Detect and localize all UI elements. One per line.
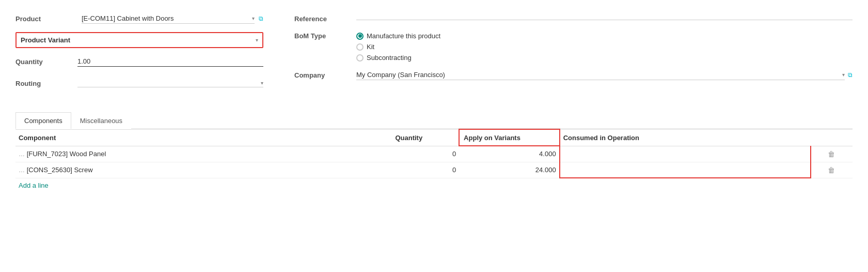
row1-quantity: 4.000 <box>459 146 560 162</box>
bom-option-subcontracting[interactable]: Subcontracting <box>356 54 440 62</box>
table-row: … [CONS_25630] Screw 0 24.000 🗑 <box>15 162 853 178</box>
company-external-link-icon[interactable]: ⧉ <box>848 71 853 79</box>
row2-sequence: 0 <box>392 162 459 178</box>
tabs-section: Components Miscellaneous Component Quant… <box>15 112 853 192</box>
table-row: … [FURN_7023] Wood Panel 0 4.000 🗑 <box>15 146 853 162</box>
row1-delete[interactable]: 🗑 <box>825 146 853 162</box>
row1-consumed <box>811 146 825 162</box>
radio-kit[interactable] <box>356 43 364 51</box>
row1-drag-handle[interactable]: … <box>19 150 25 158</box>
bom-type-options: Manufacture this product Kit Subcontract… <box>356 32 440 62</box>
components-table: Component Quantity Apply on Variants Con… <box>15 129 853 178</box>
bom-option-subcontracting-label: Subcontracting <box>367 54 412 62</box>
th-component: Component <box>15 129 392 146</box>
product-variant-row: Product Variant ▾ <box>15 32 263 48</box>
routing-dropdown-arrow[interactable]: ▾ <box>261 80 263 86</box>
tabs-header: Components Miscellaneous <box>15 112 853 129</box>
product-label: Product <box>15 15 77 23</box>
bom-option-manufacture-label: Manufacture this product <box>367 32 440 40</box>
row2-delete[interactable]: 🗑 <box>825 162 853 178</box>
row2-delete-icon[interactable]: 🗑 <box>828 166 835 174</box>
company-label: Company <box>294 71 356 79</box>
th-actions <box>811 129 825 146</box>
routing-row: Routing ▾ <box>15 75 263 92</box>
row2-apply-variants[interactable] <box>560 162 811 178</box>
product-variant-label: Product Variant <box>21 36 256 44</box>
row1-sequence: 0 <box>392 146 459 162</box>
quantity-value: 1.00 <box>77 57 263 65</box>
row1-apply-variants[interactable] <box>560 146 811 162</box>
company-value: My Company (San Francisco) <box>356 71 840 79</box>
routing-label: Routing <box>15 80 77 87</box>
add-line-link[interactable]: Add a line <box>15 178 52 192</box>
product-dropdown-arrow[interactable]: ▾ <box>252 16 255 21</box>
product-variant-dropdown-arrow[interactable]: ▾ <box>256 37 258 43</box>
reference-row: Reference <box>294 10 853 27</box>
company-dropdown-arrow[interactable]: ▾ <box>842 72 845 78</box>
row1-delete-icon[interactable]: 🗑 <box>828 150 835 158</box>
product-external-link-icon[interactable]: ⧉ <box>259 15 263 22</box>
table-header: Component Quantity Apply on Variants Con… <box>15 129 853 146</box>
radio-manufacture[interactable] <box>356 33 364 40</box>
product-value: [E-COM11] Cabinet with Doors <box>82 14 252 22</box>
row2-quantity: 24.000 <box>459 162 560 178</box>
row2-consumed <box>811 162 825 178</box>
quantity-row: Quantity 1.00 <box>15 53 263 70</box>
company-row: Company My Company (San Francisco) ▾ ⧉ <box>294 67 853 83</box>
bom-option-manufacture[interactable]: Manufacture this product <box>356 32 440 40</box>
th-quantity: Quantity <box>392 129 459 146</box>
tab-miscellaneous[interactable]: Miscellaneous <box>71 112 131 129</box>
bom-option-kit-label: Kit <box>367 43 374 51</box>
row2-component: … [CONS_25630] Screw <box>15 162 392 178</box>
th-apply-variants: Apply on Variants <box>459 129 560 146</box>
add-line-container: Add a line <box>15 178 853 192</box>
product-variant-field[interactable]: Product Variant ▾ <box>15 32 263 48</box>
th-consumed: Consumed in Operation <box>560 129 811 146</box>
bom-type-row: BoM Type Manufacture this product Kit Su… <box>294 32 853 62</box>
quantity-label: Quantity <box>15 58 77 66</box>
row1-component: … [FURN_7023] Wood Panel <box>15 146 392 162</box>
radio-subcontracting[interactable] <box>356 54 364 62</box>
reference-label: Reference <box>294 15 356 23</box>
bom-type-label: BoM Type <box>294 32 356 40</box>
row2-drag-handle[interactable]: … <box>19 167 25 174</box>
product-row: Product [E-COM11] Cabinet with Doors ▾ ⧉ <box>15 10 263 27</box>
tab-components[interactable]: Components <box>15 112 71 129</box>
bom-option-kit[interactable]: Kit <box>356 43 440 51</box>
